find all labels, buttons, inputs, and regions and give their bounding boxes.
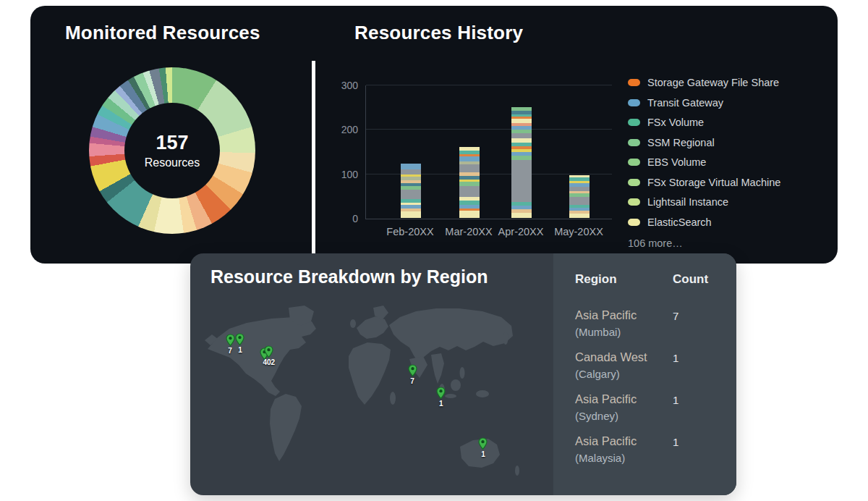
map-africa	[349, 342, 391, 405]
legend-chip	[628, 99, 640, 106]
region-count: 1	[673, 434, 718, 464]
y-axis-tick: 200	[329, 124, 358, 135]
map-europe	[357, 316, 388, 339]
region-name: Asia Pacific	[575, 392, 673, 406]
donut-center: 157 Resources	[124, 103, 220, 198]
legend-item[interactable]: Transit Gateway	[628, 97, 780, 109]
legend-label: Storage Gateway File Share	[647, 77, 779, 88]
stacked-bar	[511, 107, 532, 218]
region-cell: Asia Pacific(Malaysia)	[575, 434, 673, 464]
region-row: Asia Pacific(Sydney)1	[575, 392, 718, 422]
gridline	[366, 129, 612, 130]
monitored-resources-donut: 157 Resources	[89, 67, 255, 234]
region-table-header: Region Count	[575, 272, 718, 287]
map-asia	[389, 308, 513, 362]
legend-item[interactable]: FSx Storage Virtual Machine	[628, 177, 780, 188]
monitored-resources-title: Monitored Resources	[65, 22, 260, 44]
bar-segment	[569, 214, 590, 218]
pin-count-label: 1	[439, 400, 443, 408]
region-count: 7	[673, 308, 718, 338]
chart-legend: Storage Gateway File ShareTransit Gatewa…	[628, 77, 780, 249]
resources-history-chart: 0100200300Feb-20XXMar-20XXApr-20XXMay-20…	[329, 78, 647, 252]
pin-count-label: 7	[410, 377, 414, 385]
legend-chip	[628, 139, 640, 146]
map-borneo	[451, 379, 461, 391]
bar-segment	[459, 164, 480, 172]
map-new-guinea	[476, 390, 489, 397]
region-row: Canada West(Calgary)1	[575, 350, 718, 380]
pin-count-label: 1	[481, 450, 485, 458]
legend-label: 106 more…	[628, 237, 683, 249]
map-south-america	[270, 394, 302, 461]
region-cell: Canada West(Calgary)	[575, 350, 673, 380]
donut-total-value: 157	[156, 132, 188, 154]
region-name: Asia Pacific	[575, 434, 673, 448]
bar-segment	[401, 190, 421, 198]
world-map-svg	[205, 304, 552, 481]
pin-count-label: 7	[228, 347, 232, 355]
gridline	[366, 85, 612, 85]
legend-chip	[628, 119, 640, 126]
y-axis-tick: 300	[329, 80, 358, 91]
region-sublabel: (Calgary)	[575, 368, 673, 380]
stacked-bar	[401, 164, 421, 218]
region-name: Canada West	[575, 350, 673, 364]
legend-label: Transit Gateway	[647, 97, 723, 109]
stacked-bar	[569, 175, 590, 218]
panel-divider	[312, 61, 315, 264]
legend-chip	[628, 198, 640, 206]
legend-more-link[interactable]: 106 more…	[628, 237, 780, 249]
region-count: 1	[673, 392, 718, 422]
bar-segment	[511, 213, 532, 218]
donut-total-label: Resources	[145, 156, 200, 169]
region-count: 1	[673, 350, 718, 380]
map-uk	[350, 319, 356, 328]
count-column-header: Count	[673, 272, 718, 287]
bar-segment	[459, 211, 480, 218]
legend-label: Lightsail Instance	[647, 196, 728, 208]
bar-segment	[511, 133, 532, 138]
legend-chip	[628, 219, 640, 226]
legend-item[interactable]: Lightsail Instance	[628, 196, 780, 208]
map-indochina	[431, 353, 444, 384]
bar-segment	[401, 169, 421, 174]
legend-label: ElasticSearch	[647, 216, 712, 228]
region-breakdown-card: Resource Breakdown by Region	[190, 253, 736, 495]
legend-item[interactable]: EBS Volume	[628, 156, 780, 168]
region-row: Asia Pacific(Mumbai)7	[575, 308, 718, 338]
region-table-body: Asia Pacific(Mumbai)7Canada West(Calgary…	[575, 308, 718, 464]
bar-segment	[459, 186, 480, 197]
legend-label: SSM Regional	[647, 137, 715, 148]
legend-label: FSx Storage Virtual Machine	[647, 177, 780, 188]
map-java	[445, 394, 456, 398]
region-breakdown-title: Resource Breakdown by Region	[210, 266, 488, 287]
region-cell: Asia Pacific(Mumbai)	[575, 308, 673, 338]
legend-label: EBS Volume	[647, 156, 706, 168]
region-cell: Asia Pacific(Sydney)	[575, 392, 673, 422]
legend-chip	[628, 79, 640, 86]
y-axis-tick: 0	[329, 213, 358, 224]
top-panels-card: Monitored Resources Resources History 15…	[30, 6, 838, 264]
x-axis-tick: Feb-20XX	[386, 226, 433, 237]
map-philippines	[460, 367, 465, 379]
legend-item[interactable]: FSx Volume	[628, 117, 780, 128]
legend-item[interactable]: SSM Regional	[628, 137, 780, 148]
legend-item[interactable]: Storage Gateway File Share	[628, 77, 780, 88]
y-axis-tick: 100	[329, 169, 358, 180]
bar-segment	[401, 164, 421, 169]
region-table: Region Count Asia Pacific(Mumbai)7Canada…	[553, 253, 736, 495]
region-sublabel: (Mumbai)	[575, 326, 673, 338]
legend-label: FSx Volume	[647, 117, 704, 128]
map-madagascar	[390, 392, 396, 405]
pin-count-label: 1	[238, 346, 242, 354]
legend-item[interactable]: ElasticSearch	[628, 216, 780, 228]
map-japan	[503, 332, 509, 345]
region-sublabel: (Sydney)	[575, 410, 673, 422]
bar-segment	[569, 197, 590, 205]
region-row: Asia Pacific(Malaysia)1	[575, 434, 718, 464]
region-name: Asia Pacific	[575, 308, 673, 322]
region-sublabel: (Malaysia)	[575, 452, 673, 464]
world-map: 71402711	[205, 304, 552, 481]
region-column-header: Region	[575, 272, 673, 287]
legend-chip	[628, 159, 640, 166]
